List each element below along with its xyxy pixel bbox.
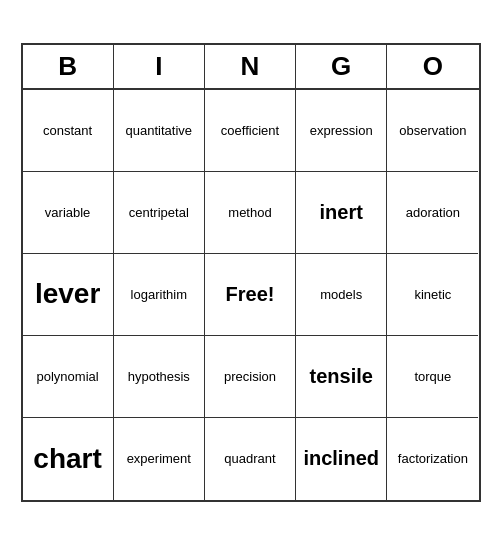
bingo-cell-23[interactable]: inclined: [296, 418, 387, 500]
bingo-cell-14[interactable]: kinetic: [387, 254, 478, 336]
bingo-cell-10[interactable]: lever: [23, 254, 114, 336]
bingo-grid: constantquantitativecoefficientexpressio…: [23, 90, 479, 500]
bingo-cell-3[interactable]: expression: [296, 90, 387, 172]
bingo-cell-8[interactable]: inert: [296, 172, 387, 254]
bingo-cell-24[interactable]: factorization: [387, 418, 478, 500]
bingo-cell-13[interactable]: models: [296, 254, 387, 336]
header-letter-B: B: [23, 45, 114, 88]
bingo-cell-12[interactable]: Free!: [205, 254, 296, 336]
bingo-cell-5[interactable]: variable: [23, 172, 114, 254]
bingo-cell-6[interactable]: centripetal: [114, 172, 205, 254]
header-letter-I: I: [114, 45, 205, 88]
bingo-cell-21[interactable]: experiment: [114, 418, 205, 500]
bingo-cell-4[interactable]: observation: [387, 90, 478, 172]
bingo-cell-9[interactable]: adoration: [387, 172, 478, 254]
bingo-cell-1[interactable]: quantitative: [114, 90, 205, 172]
bingo-cell-17[interactable]: precision: [205, 336, 296, 418]
bingo-cell-2[interactable]: coefficient: [205, 90, 296, 172]
bingo-cell-20[interactable]: chart: [23, 418, 114, 500]
bingo-header: BINGO: [23, 45, 479, 90]
bingo-cell-7[interactable]: method: [205, 172, 296, 254]
bingo-cell-0[interactable]: constant: [23, 90, 114, 172]
bingo-cell-15[interactable]: polynomial: [23, 336, 114, 418]
bingo-cell-19[interactable]: torque: [387, 336, 478, 418]
header-letter-O: O: [387, 45, 478, 88]
bingo-cell-11[interactable]: logarithim: [114, 254, 205, 336]
bingo-cell-16[interactable]: hypothesis: [114, 336, 205, 418]
header-letter-G: G: [296, 45, 387, 88]
bingo-card: BINGO constantquantitativecoefficientexp…: [21, 43, 481, 502]
bingo-cell-18[interactable]: tensile: [296, 336, 387, 418]
bingo-cell-22[interactable]: quadrant: [205, 418, 296, 500]
header-letter-N: N: [205, 45, 296, 88]
